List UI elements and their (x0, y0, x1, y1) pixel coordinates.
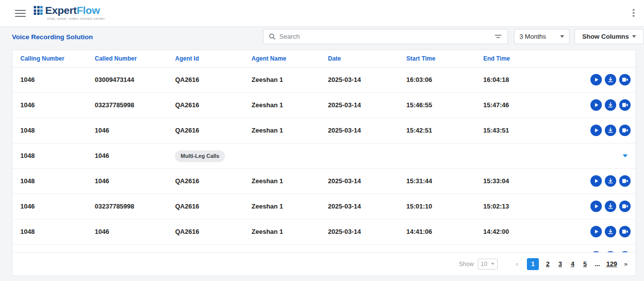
page-button[interactable]: 2 (544, 260, 551, 268)
next-page-button[interactable]: » (624, 260, 628, 268)
column-header: Start Time (406, 55, 483, 62)
brand-logo: ExpertFlow chat, voice, video contact ce… (34, 4, 105, 20)
column-header: Calling Number (20, 55, 95, 62)
cell-end-time: 15:47:46 (483, 101, 548, 109)
search-input[interactable] (279, 33, 494, 40)
page-title: Voice Recording Solution (12, 33, 93, 41)
cell-calling: 1046 (20, 76, 95, 83)
table-row (12, 245, 636, 252)
table-row: 10481046QA2616Zeeshan 12025-03-1415:31:4… (12, 169, 636, 194)
hamburger-menu-icon[interactable] (15, 10, 26, 17)
cell-date: 2025-03-14 (328, 101, 406, 109)
cell-start-time: 15:42:51 (406, 127, 483, 134)
download-button[interactable] (605, 99, 616, 111)
show-columns-button[interactable]: Show Columns (575, 29, 644, 44)
row-actions (548, 125, 631, 136)
table-header-row: Calling NumberCalled NumberAgent IdAgent… (12, 50, 636, 68)
brand-tagline: chat, voice, video contact center (47, 17, 105, 20)
play-button[interactable] (590, 125, 602, 136)
play-button[interactable] (590, 74, 602, 85)
row-actions (548, 226, 631, 237)
page-button[interactable]: 129 (606, 260, 617, 268)
row-actions (548, 74, 631, 85)
video-button[interactable] (619, 99, 631, 111)
cell-calling: 1046 (20, 101, 95, 109)
filter-icon[interactable] (494, 32, 503, 41)
column-header: Called Number (95, 55, 175, 62)
cell-calling: 1048 (20, 152, 95, 159)
brand-name: ExpertFlow (45, 4, 100, 16)
page-button[interactable]: 5 (581, 260, 588, 268)
table-body: 104603009473144QA2616Zeeshan 12025-03-14… (12, 68, 636, 252)
cell-date: 2025-03-14 (328, 203, 406, 210)
period-dropdown-value: 3 Months (519, 33, 546, 40)
column-header: End Time (483, 55, 548, 62)
cell-calling: 1048 (20, 228, 95, 235)
cell-called: 1046 (95, 152, 175, 159)
cell-agent-name: Zeeshan 1 (252, 76, 328, 83)
page-size-value: 10 (481, 261, 487, 268)
cell-agent-id: Multi-Leg Calls (175, 150, 252, 161)
chevron-down-icon (560, 35, 564, 38)
table-row: 10481046QA2616Zeeshan 12025-03-1414:41:0… (12, 219, 636, 245)
row-actions (548, 154, 631, 157)
cell-agent-id: QA2616 (175, 228, 252, 235)
table-row: 104603237785998QA2616Zeeshan 12025-03-14… (12, 194, 636, 219)
table-row[interactable]: 10481046Multi-Leg Calls (12, 143, 636, 169)
video-button[interactable] (619, 74, 631, 85)
kebab-menu-icon[interactable] (630, 9, 637, 18)
cell-called: 03237785998 (95, 101, 175, 109)
play-button[interactable] (590, 226, 602, 237)
page-button[interactable]: 4 (569, 260, 576, 268)
cell-called: 03009473144 (95, 76, 175, 83)
cell-agent-name: Zeeshan 1 (252, 127, 328, 134)
cell-end-time: 14:42:00 (483, 228, 548, 235)
column-header: Date (328, 55, 406, 62)
period-dropdown[interactable]: 3 Months (514, 29, 570, 44)
video-button[interactable] (619, 201, 631, 212)
previous-page-button[interactable]: « (515, 260, 519, 268)
video-button[interactable] (619, 175, 631, 187)
cell-start-time: 15:31:44 (406, 177, 483, 185)
cell-agent-name: Zeeshan 1 (252, 177, 328, 185)
page-button[interactable]: 3 (557, 260, 564, 268)
play-button[interactable] (590, 201, 602, 212)
grid-logo-icon (34, 6, 43, 15)
page-button[interactable]: 1 (527, 258, 539, 270)
cell-end-time: 15:33:04 (483, 177, 548, 185)
video-button[interactable] (619, 226, 631, 237)
download-button[interactable] (605, 201, 616, 212)
show-label: Show (459, 261, 474, 268)
cell-agent-id: QA2616 (175, 203, 252, 210)
cell-date: 2025-03-14 (328, 177, 406, 185)
play-button[interactable] (590, 175, 602, 187)
chevron-down-icon (491, 263, 494, 265)
column-header: Agent Name (252, 55, 328, 62)
video-button[interactable] (619, 125, 631, 136)
cell-called: 1046 (95, 127, 175, 134)
cell-calling: 1048 (20, 177, 95, 185)
chevron-down-icon (632, 35, 636, 38)
cell-start-time: 16:03:06 (406, 76, 483, 83)
cell-agent-name: Zeeshan 1 (252, 228, 328, 235)
download-button[interactable] (605, 125, 616, 136)
row-actions (548, 201, 631, 212)
toolbar: Voice Recording Solution 3 Months Show C… (0, 27, 644, 47)
cell-end-time: 16:04:18 (483, 76, 548, 83)
cell-end-time: 15:43:51 (483, 127, 548, 134)
play-button[interactable] (590, 99, 602, 111)
cell-called: 1046 (95, 177, 175, 185)
expand-chevron-icon[interactable] (623, 154, 628, 157)
cell-called: 03237785998 (95, 203, 175, 210)
download-button[interactable] (605, 74, 616, 85)
cell-agent-id: QA2616 (175, 101, 252, 109)
recordings-table: Calling NumberCalled NumberAgent IdAgent… (12, 50, 636, 276)
download-button[interactable] (605, 175, 616, 187)
page-size-select[interactable]: 10 (478, 259, 498, 270)
download-button[interactable] (605, 226, 616, 237)
top-app-bar: ExpertFlow chat, voice, video contact ce… (0, 0, 644, 27)
cell-date: 2025-03-14 (328, 76, 406, 83)
cell-date: 2025-03-14 (328, 228, 406, 235)
row-actions (548, 99, 631, 111)
row-actions (548, 175, 631, 187)
